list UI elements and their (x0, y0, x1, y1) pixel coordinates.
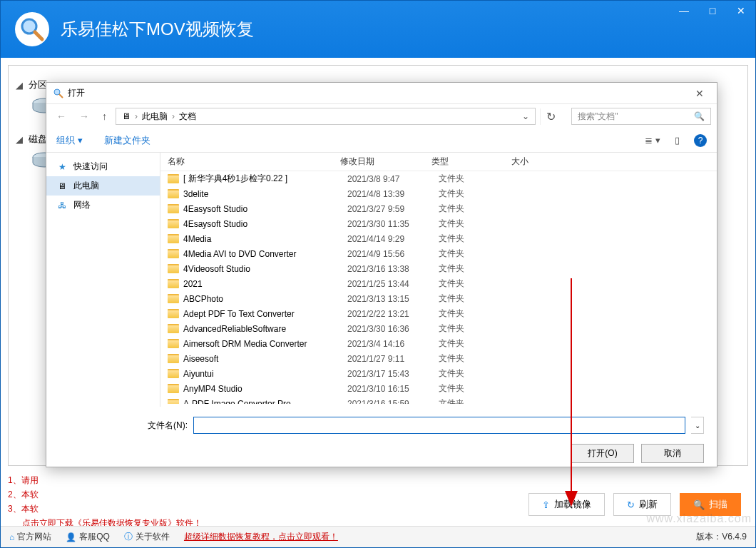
file-list-header: 名称 修改日期 类型 大小 (160, 153, 717, 171)
file-name: 3delite (183, 189, 347, 199)
file-name: Aimersoft DRM Media Converter (183, 339, 347, 349)
file-type: 文件夹 (439, 233, 519, 245)
app-title: 乐易佳松下MOV视频恢复 (61, 18, 254, 41)
upload-icon: ⇪ (542, 499, 550, 510)
file-type: 文件夹 (439, 203, 519, 215)
maximize-button[interactable]: □ (698, 1, 727, 21)
folder-icon (168, 189, 179, 198)
file-row[interactable]: AnyMP4 Studio2021/3/10 16:15文件夹 (160, 381, 717, 396)
file-row[interactable]: AdvancedReliableSoftware2021/3/30 16:36文… (160, 321, 717, 336)
file-row[interactable]: [ 新华字典4秒1步检字0.22 ]2021/3/8 9:47文件夹 (160, 171, 717, 186)
view-options-button[interactable]: ≣ ▾ (645, 135, 660, 146)
file-date: 2021/3/27 9:59 (347, 204, 439, 214)
file-name: 2021 (183, 279, 347, 289)
partition-label: 分区 (29, 78, 47, 91)
file-type: 文件夹 (439, 278, 519, 290)
file-date: 2021/2/22 13:21 (347, 309, 439, 319)
file-row[interactable]: Adept PDF To Text Converter2021/2/22 13:… (160, 306, 717, 321)
folder-icon (168, 309, 179, 318)
filename-input[interactable] (193, 417, 685, 434)
organize-menu[interactable]: 组织 ▾ (56, 134, 83, 147)
official-website-link[interactable]: ⌂ 官方网站 (9, 531, 51, 543)
file-name: ABCPhoto (183, 294, 347, 304)
file-row[interactable]: 4Esaysoft Studio2021/3/30 11:35文件夹 (160, 216, 717, 231)
customer-qq-link[interactable]: 👤 客服QQ (66, 531, 110, 543)
file-date: 2021/4/9 15:56 (347, 249, 439, 259)
help-icon[interactable]: ? (694, 134, 707, 147)
column-date[interactable]: 修改日期 (340, 156, 431, 168)
file-row[interactable]: 3delite2021/4/8 13:39文件夹 (160, 186, 717, 201)
address-bar[interactable]: 🖥 › 此电脑 › 文档 ⌄ (116, 108, 536, 125)
file-date: 2021/4/14 9:29 (347, 234, 439, 244)
file-row[interactable]: Aiseesoft2021/1/27 9:11文件夹 (160, 351, 717, 366)
dialog-body: ★ 快速访问 🖥 此电脑 🖧 网络 名称 修改日期 类型 大小 [ 新华字典4秒… (46, 153, 717, 407)
forward-button[interactable]: → (75, 109, 93, 123)
file-row[interactable]: 4Media2021/4/14 9:29文件夹 (160, 231, 717, 246)
load-image-button[interactable]: ⇪ 加载镜像 (528, 493, 605, 516)
file-date: 2021/4/8 13:39 (347, 189, 439, 199)
file-date: 2021/1/25 13:44 (347, 279, 439, 289)
search-placeholder: 搜索"文档" (578, 111, 618, 123)
file-row[interactable]: 20212021/1/25 13:44文件夹 (160, 276, 717, 291)
dialog-open-button[interactable]: 打开(O) (571, 444, 634, 463)
filename-dropdown[interactable]: ⌄ (691, 417, 704, 434)
warning-line-1: 1、请用 (8, 473, 748, 487)
tutorial-link[interactable]: 超级详细数据恢复教程，点击立即观看！ (184, 531, 338, 543)
sidebar-network[interactable]: 🖧 网络 (46, 196, 160, 215)
file-row[interactable]: 4Easysoft Studio2021/3/27 9:59文件夹 (160, 201, 717, 216)
file-row[interactable]: A-PDF Image Converter Pro2021/3/16 15:59… (160, 396, 717, 404)
magnifier-icon (53, 88, 63, 98)
info-icon: ⓘ (124, 531, 133, 543)
collapse-icon[interactable]: ◢ (16, 80, 24, 91)
file-row[interactable]: 4Media AVI to DVD Converter2021/4/9 15:5… (160, 246, 717, 261)
file-name: 4Media AVI to DVD Converter (183, 249, 347, 259)
file-date: 2021/3/16 15:59 (347, 399, 439, 405)
minimize-button[interactable]: — (670, 1, 698, 21)
version-label: 版本：V6.4.9 (696, 531, 747, 543)
nav-refresh-button[interactable]: ↻ (540, 108, 561, 125)
file-name: Adept PDF To Text Converter (183, 309, 347, 319)
svg-point-4 (54, 89, 60, 95)
folder-icon (168, 294, 179, 303)
status-bar: ⌂ 官方网站 👤 客服QQ ⓘ 关于软件 超级详细数据恢复教程，点击立即观看！ … (1, 526, 755, 547)
scan-button[interactable]: 🔍 扫描 (680, 493, 741, 516)
sidebar-this-pc[interactable]: 🖥 此电脑 (46, 176, 160, 196)
dialog-header: 打开 ✕ (46, 83, 717, 104)
file-date: 2021/3/17 15:43 (347, 369, 439, 379)
file-row[interactable]: Aiyuntui2021/3/17 15:43文件夹 (160, 366, 717, 381)
file-type: 文件夹 (439, 382, 519, 395)
file-date: 2021/3/30 11:35 (347, 219, 439, 229)
file-date: 2021/1/27 9:11 (347, 354, 439, 364)
new-folder-button[interactable]: 新建文件夹 (104, 134, 150, 147)
back-button[interactable]: ← (52, 109, 71, 123)
search-icon: 🔍 (693, 499, 705, 510)
refresh-button[interactable]: ↻ 刷新 (613, 493, 671, 516)
address-dropdown-icon[interactable]: ⌄ (522, 111, 529, 121)
search-input[interactable]: 搜索"文档" 🔍 (571, 108, 711, 125)
folder-icon (168, 279, 179, 288)
column-type[interactable]: 类型 (431, 156, 511, 168)
about-link[interactable]: ⓘ 关于软件 (124, 531, 170, 543)
dialog-close-button[interactable]: ✕ (690, 86, 710, 101)
folder-icon (168, 234, 179, 243)
up-button[interactable]: ↑ (98, 109, 111, 123)
file-row[interactable]: ABCPhoto2021/3/13 13:15文件夹 (160, 291, 717, 306)
svg-line-1 (35, 32, 42, 39)
column-size[interactable]: 大小 (511, 156, 583, 168)
folder-icon (168, 249, 179, 258)
file-type: 文件夹 (439, 338, 519, 350)
preview-pane-button[interactable]: ▯ (675, 135, 680, 146)
breadcrumb-docs[interactable]: 文档 (179, 111, 196, 123)
dialog-cancel-button[interactable]: 取消 (641, 444, 704, 463)
column-name[interactable]: 名称 (160, 156, 340, 168)
file-row[interactable]: Aimersoft DRM Media Converter2021/3/4 14… (160, 336, 717, 351)
folder-icon (168, 384, 179, 393)
file-type: 文件夹 (439, 397, 519, 404)
collapse-icon[interactable]: ◢ (16, 134, 24, 145)
folder-icon (168, 324, 179, 333)
file-row[interactable]: 4Videosoft Studio2021/3/16 13:38文件夹 (160, 261, 717, 276)
breadcrumb-pc[interactable]: 此电脑 (142, 111, 168, 123)
close-button[interactable]: ✕ (727, 1, 755, 21)
sidebar-quick-access[interactable]: ★ 快速访问 (46, 157, 160, 176)
user-icon: 👤 (66, 532, 76, 542)
